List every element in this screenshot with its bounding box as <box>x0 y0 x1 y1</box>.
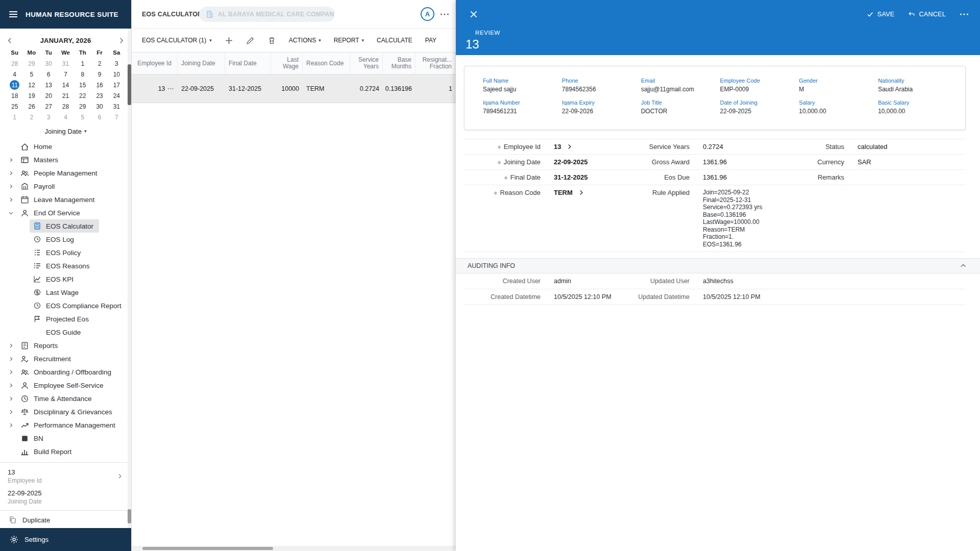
calculate-button[interactable]: CALCULATE <box>377 37 412 44</box>
open-record-icon[interactable] <box>578 189 584 196</box>
sidebar-item-employee-self-service[interactable]: Employee Self-Service <box>0 379 131 392</box>
cancel-button[interactable]: CANCEL <box>908 11 946 18</box>
calendar-next-icon[interactable] <box>117 37 125 44</box>
sidebar-scrollbar[interactable] <box>128 29 131 528</box>
calendar-day[interactable]: 22 <box>74 90 91 101</box>
calendar-day-selected[interactable]: 11 <box>10 80 19 90</box>
chevron-up-icon[interactable] <box>960 262 967 269</box>
sidebar-item-recruitment[interactable]: Recruitment <box>0 352 131 365</box>
sidebar-item-eos-policy[interactable]: EOS Policy <box>30 246 86 259</box>
duplicate-button[interactable]: Duplicate <box>0 510 131 529</box>
calendar-day[interactable]: 28 <box>6 58 23 69</box>
hamburger-icon[interactable] <box>8 10 18 19</box>
sidebar-item-bn[interactable]: BN <box>0 432 131 445</box>
record-summary-employee-id[interactable]: 13 Employee Id <box>0 466 131 487</box>
calendar-day[interactable]: 19 <box>23 90 40 101</box>
sidebar-item-eos-guide[interactable]: EOS Guide <box>30 325 86 339</box>
sidebar-item-eos-log[interactable]: EOS Log <box>30 233 80 246</box>
view-selector[interactable]: EOS CALCULATOR (1) ▾ <box>142 37 212 44</box>
calendar-day[interactable]: 28 <box>57 101 74 112</box>
calendar-day[interactable]: 5 <box>74 112 91 122</box>
calendar-day[interactable]: 4 <box>57 112 74 122</box>
calendar-day[interactable]: 17 <box>108 80 125 90</box>
calendar-day[interactable]: 24 <box>108 90 125 101</box>
calendar-day[interactable]: 31 <box>108 101 125 112</box>
add-icon[interactable] <box>225 36 233 45</box>
edit-icon[interactable] <box>246 36 255 45</box>
sidebar-item-performance-management[interactable]: Performance Management <box>0 418 131 432</box>
scrollbar-thumb[interactable] <box>142 547 273 550</box>
sidebar-item-reports[interactable]: Reports <box>0 339 131 352</box>
sidebar-item-eos-reasons[interactable]: EOS Reasons <box>30 259 95 272</box>
sidebar-item-onboarding-offboarding[interactable]: Onboarding / Offboarding <box>0 365 131 379</box>
sidebar-item-time-attendance[interactable]: Time & Attendance <box>0 392 131 405</box>
calendar-day[interactable]: 29 <box>74 101 91 112</box>
auditing-section-header[interactable]: AUDITING INFO <box>456 258 980 273</box>
calendar-day[interactable]: 30 <box>91 101 108 112</box>
company-selector[interactable]: AL BARAYA MEDICAL CARE COMPANY <box>199 7 335 22</box>
sidebar-item-last-wage[interactable]: Last Wage <box>30 286 84 299</box>
column-header-resignat-fraction[interactable]: Resignat... Fraction <box>415 53 456 74</box>
close-icon[interactable] <box>469 10 478 19</box>
ellipsis-icon[interactable] <box>440 11 449 17</box>
column-header-service-years[interactable]: Service Years <box>350 53 383 74</box>
sidebar-item-projected-eos[interactable]: Projected Eos <box>30 312 94 325</box>
calendar-day[interactable]: 8 <box>74 69 91 80</box>
sidebar-item-leave-management[interactable]: Leave Management <box>0 193 131 206</box>
scrollbar-thumb[interactable] <box>128 64 131 105</box>
record-summary-joining-date[interactable]: 22-09-2025 Joining Date <box>0 487 131 508</box>
avatar[interactable]: A <box>421 7 434 21</box>
calendar-day[interactable]: 12 <box>23 80 40 90</box>
report-menu[interactable]: REPORT ▾ <box>334 37 364 44</box>
calendar-day[interactable]: 26 <box>23 101 40 112</box>
column-header-last-wage[interactable]: Last Wage <box>271 53 303 74</box>
sidebar-item-people-management[interactable]: People Management <box>0 166 131 180</box>
save-button[interactable]: SAVE <box>867 11 895 18</box>
sidebar-item-end-of-service[interactable]: End Of Service <box>0 206 131 219</box>
sidebar-item-payroll[interactable]: Payroll <box>0 180 131 193</box>
calendar-day[interactable]: 6 <box>91 112 108 122</box>
calendar-prev-icon[interactable] <box>6 37 14 44</box>
actions-menu[interactable]: ACTIONS ▾ <box>289 37 321 44</box>
calendar-day[interactable]: 6 <box>40 69 57 80</box>
open-record-icon[interactable] <box>566 143 573 150</box>
pay-button[interactable]: PAY <box>425 37 436 44</box>
calendar-day[interactable]: 4 <box>6 69 23 80</box>
horizontal-scrollbar[interactable] <box>132 546 456 551</box>
sidebar-item-home[interactable]: Home <box>0 140 131 153</box>
sidebar-item-eos-compliance-report[interactable]: EOS Compliance Report <box>30 299 127 312</box>
column-header-reason-code[interactable]: Reason Code <box>303 53 350 74</box>
row-menu-icon[interactable]: ••• <box>168 86 174 91</box>
column-header-final-date[interactable]: Final Date <box>225 53 271 74</box>
calendar-day[interactable]: 2 <box>91 58 108 69</box>
calendar-day[interactable]: 16 <box>91 80 108 90</box>
column-header-base-months[interactable]: Base Months <box>383 53 415 74</box>
calendar-day[interactable]: 15 <box>74 80 91 90</box>
sidebar-item-build-report[interactable]: Build Report <box>0 445 131 458</box>
column-header-employee-id[interactable]: Employee Id <box>132 53 178 74</box>
calendar-day[interactable]: 10 <box>108 69 125 80</box>
calendar-day[interactable]: 30 <box>40 58 57 69</box>
calendar-day[interactable]: 31 <box>57 58 74 69</box>
ellipsis-icon[interactable] <box>960 11 969 17</box>
calendar-day[interactable]: 25 <box>6 101 23 112</box>
calendar-day[interactable]: 18 <box>6 90 23 101</box>
column-header-joining-date[interactable]: Joining Date <box>178 53 225 74</box>
calendar-day[interactable]: 23 <box>91 90 108 101</box>
scrollbar-thumb[interactable] <box>128 509 131 523</box>
sidebar-item-masters[interactable]: Masters <box>0 153 131 166</box>
delete-icon[interactable] <box>267 36 276 45</box>
calendar-day[interactable]: 5 <box>23 69 40 80</box>
sidebar-item-eos-kpi[interactable]: EOS KPI <box>30 272 79 286</box>
calendar-day[interactable]: 1 <box>74 58 91 69</box>
calendar-day[interactable]: 2 <box>23 112 40 122</box>
calendar-day[interactable]: 21 <box>57 90 74 101</box>
calendar-day[interactable]: 20 <box>40 90 57 101</box>
calendar-day[interactable]: 3 <box>108 58 125 69</box>
calendar-day[interactable]: 27 <box>40 101 57 112</box>
calendar-day[interactable]: 7 <box>108 112 125 122</box>
calendar-day[interactable]: 3 <box>40 112 57 122</box>
calendar-day[interactable]: 14 <box>57 80 74 90</box>
table-row[interactable]: 13•••22-09-202531-12-202510000TERM0.2724… <box>132 74 456 103</box>
calendar-day[interactable]: 29 <box>23 58 40 69</box>
